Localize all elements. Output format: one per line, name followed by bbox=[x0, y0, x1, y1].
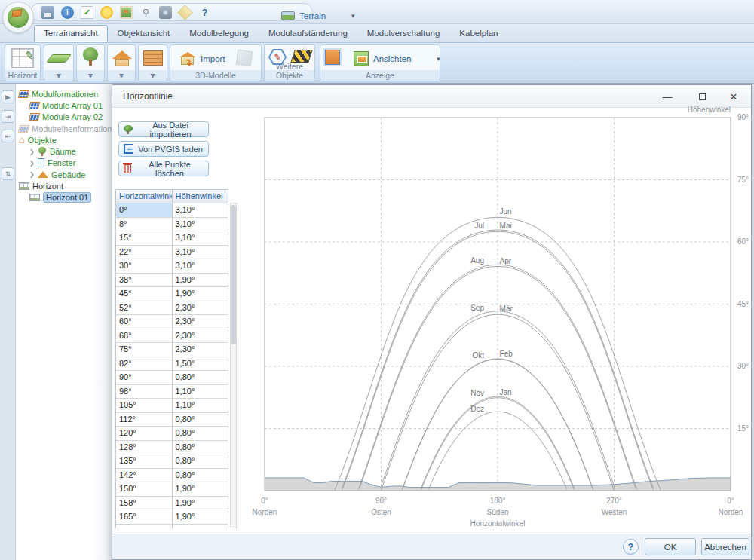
table-cell[interactable]: 128° bbox=[116, 441, 173, 455]
chevron-down-icon[interactable]: ▼ bbox=[77, 71, 104, 80]
table-cell[interactable]: 165° bbox=[116, 510, 173, 525]
help-button[interactable]: ? bbox=[623, 539, 639, 555]
column-header[interactable]: Höhenwinkel bbox=[173, 190, 229, 203]
load-from-pvgis-button[interactable]: Von PVGIS laden bbox=[118, 141, 209, 157]
table-cell[interactable]: 1,50° bbox=[173, 357, 229, 372]
sidebar-item-b-ume[interactable]: ❯Bäume bbox=[16, 145, 111, 157]
column-header[interactable]: Horizontalwinkel bbox=[116, 190, 173, 203]
tab-modulverschaltung[interactable]: Modulverschaltung bbox=[357, 25, 450, 42]
help-icon[interactable]: ? bbox=[198, 6, 211, 19]
table-cell[interactable]: 75° bbox=[116, 343, 173, 357]
table-cell[interactable]: 142° bbox=[116, 469, 173, 483]
delete-all-points-button[interactable]: Alle Punkte löschen bbox=[118, 161, 209, 176]
table-cell[interactable]: 1,10° bbox=[173, 385, 229, 399]
table-cell[interactable]: 38° bbox=[116, 274, 173, 288]
table-cell[interactable]: 3,10° bbox=[173, 246, 229, 260]
table-cell[interactable]: 90° bbox=[116, 371, 173, 385]
chevron-right-icon[interactable]: ❯ bbox=[29, 148, 35, 155]
table-cell[interactable]: 30° bbox=[116, 259, 173, 274]
ansichten-dropdown-button[interactable]: Ansichten ▼ bbox=[348, 49, 447, 69]
table-cell[interactable]: 15° bbox=[116, 231, 173, 246]
tab-modulbelegung[interactable]: Modulbelegung bbox=[179, 25, 259, 42]
table-cell[interactable]: 3,10° bbox=[173, 203, 229, 218]
table-cell[interactable]: 45° bbox=[116, 287, 173, 301]
view-selector-dropdown[interactable]: Terrain ▼ bbox=[274, 7, 363, 25]
table-cell[interactable]: 52° bbox=[116, 301, 173, 316]
checklist-icon[interactable]: ✓ bbox=[81, 6, 93, 19]
add-tree-button[interactable] bbox=[83, 47, 98, 66]
table-cell[interactable]: 0° bbox=[116, 203, 173, 218]
play-button[interactable]: ▶ bbox=[2, 90, 14, 103]
chevron-right-icon[interactable]: ❯ bbox=[29, 171, 35, 178]
chevron-down-icon[interactable]: ▼ bbox=[44, 71, 73, 80]
table-cell[interactable]: 0,80° bbox=[173, 469, 229, 483]
add-building-button[interactable] bbox=[112, 47, 132, 67]
table-cell[interactable]: 0,80° bbox=[173, 371, 229, 385]
chevron-down-icon[interactable]: ▼ bbox=[139, 71, 167, 80]
scrollbar-thumb[interactable] bbox=[231, 205, 236, 344]
table-cell[interactable]: 2,30° bbox=[173, 329, 229, 344]
table-cell[interactable]: 0,80° bbox=[173, 427, 229, 441]
table-cell[interactable]: 150° bbox=[116, 482, 173, 497]
maximize-button[interactable] bbox=[691, 89, 713, 104]
table-cell[interactable]: 2,30° bbox=[173, 343, 229, 357]
table-cell[interactable]: 0,80° bbox=[173, 413, 229, 427]
table-cell[interactable]: 3,10° bbox=[173, 218, 229, 232]
ok-button[interactable]: OK bbox=[645, 538, 696, 555]
table-cell[interactable]: 1,90° bbox=[173, 482, 229, 497]
sidebar-item-modulreihenformationen[interactable]: Modulreihenformationen bbox=[16, 123, 111, 134]
dialog-title-bar[interactable]: Horizontlinie — ✕ bbox=[112, 85, 751, 108]
table-cell[interactable]: 82° bbox=[116, 357, 173, 372]
table-cell[interactable]: 3,10° bbox=[173, 259, 229, 274]
tab-objektansicht[interactable]: Objektansicht bbox=[108, 25, 180, 42]
sidebar-item-module-array-02[interactable]: Module Array 02 bbox=[16, 112, 111, 123]
sun-icon[interactable] bbox=[100, 6, 113, 19]
table-cell[interactable]: 0,80° bbox=[173, 454, 229, 469]
tab-terrainansicht[interactable]: Terrainansicht bbox=[34, 25, 108, 42]
sidebar-item-objekte[interactable]: ⌂Objekte bbox=[16, 134, 111, 145]
table-cell[interactable]: 1,90° bbox=[173, 510, 229, 525]
hatched-area-button[interactable] bbox=[293, 50, 311, 63]
table-cell[interactable]: 1,90° bbox=[173, 274, 229, 288]
info-icon[interactable]: i bbox=[61, 6, 74, 19]
table-cell[interactable]: 120° bbox=[116, 427, 173, 441]
key-icon[interactable]: ⚲ bbox=[139, 6, 152, 19]
tree-sync-button[interactable]: ⇅ bbox=[2, 167, 14, 180]
cancel-button[interactable]: Abbrechen bbox=[701, 538, 749, 555]
table-cell[interactable]: 1,90° bbox=[173, 287, 229, 301]
add-wall-button[interactable] bbox=[143, 47, 163, 66]
table-cell[interactable]: 112° bbox=[116, 413, 173, 427]
import-3d-model-button[interactable]: ↴ Import bbox=[173, 50, 231, 68]
table-cell[interactable]: 0,80° bbox=[173, 441, 229, 455]
terrain-plane-button[interactable] bbox=[49, 48, 69, 63]
table-cell[interactable] bbox=[173, 525, 229, 529]
table-cell[interactable]: 1,90° bbox=[173, 497, 229, 511]
sidebar-item-horizont[interactable]: Horizont bbox=[16, 180, 111, 191]
table-cell[interactable]: 98° bbox=[116, 385, 173, 399]
table-cell[interactable]: 3,10° bbox=[173, 231, 229, 246]
horizont-button[interactable] bbox=[11, 48, 34, 68]
tab-kabelplan[interactable]: Kabelplan bbox=[449, 25, 507, 42]
table-cell[interactable]: 2,30° bbox=[173, 301, 229, 316]
table-cell[interactable]: 2,30° bbox=[173, 315, 229, 329]
sidebar-item-fenster[interactable]: ❯Fenster bbox=[16, 158, 111, 169]
table-cell[interactable]: 22° bbox=[116, 246, 173, 260]
sidebar-item-modulformationen[interactable]: Modulformationen bbox=[16, 88, 111, 99]
panel-display-button[interactable] bbox=[325, 50, 340, 65]
image-icon[interactable] bbox=[120, 6, 133, 19]
chevron-down-icon[interactable]: ▼ bbox=[108, 71, 135, 80]
table-cell[interactable]: 8° bbox=[116, 218, 173, 232]
tab-modulaufst-nderung[interactable]: Modulaufständerung bbox=[259, 25, 357, 42]
sidebar-item-geb-ude[interactable]: ❯Gebäude bbox=[16, 169, 111, 180]
table-cell[interactable] bbox=[116, 525, 173, 529]
app-logo[interactable] bbox=[2, 2, 34, 33]
tree-collapse-button[interactable]: ⇤ bbox=[2, 130, 14, 142]
close-button[interactable]: ✕ bbox=[722, 89, 745, 104]
table-cell[interactable]: 135° bbox=[116, 454, 173, 469]
table-scrollbar[interactable] bbox=[230, 203, 237, 528]
save-icon[interactable] bbox=[41, 6, 54, 19]
package-icon[interactable] bbox=[177, 5, 192, 20]
import-from-file-button[interactable]: Aus Datei importieren bbox=[118, 121, 209, 137]
table-cell[interactable]: 60° bbox=[116, 315, 173, 329]
chevron-right-icon[interactable]: ❯ bbox=[29, 160, 35, 167]
